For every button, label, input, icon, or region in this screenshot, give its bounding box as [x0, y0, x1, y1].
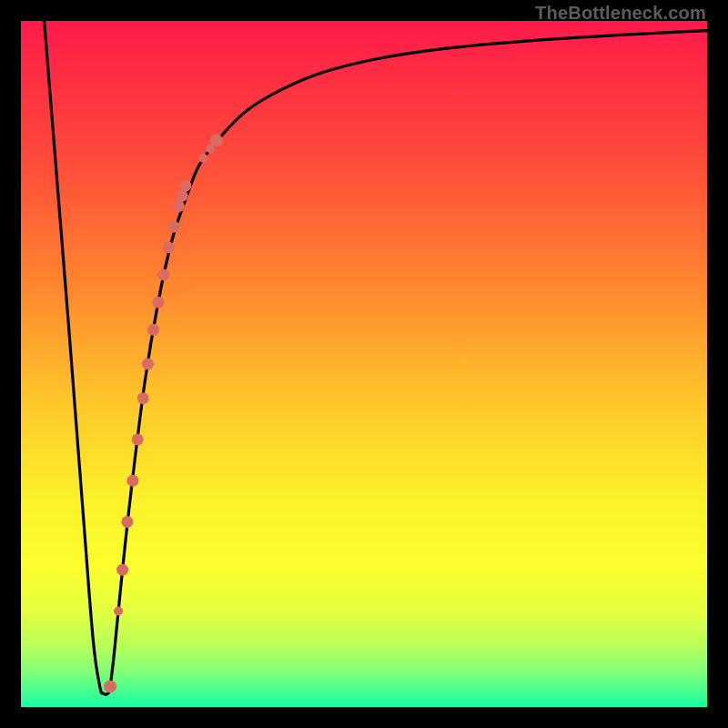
plot-area	[21, 21, 707, 707]
highlight-dot	[173, 200, 185, 212]
highlight-dot	[132, 433, 144, 445]
highlight-dot	[199, 154, 208, 163]
highlight-dot	[137, 392, 149, 404]
highlight-dot	[142, 359, 154, 370]
highlight-dot	[114, 606, 123, 615]
highlight-dot	[163, 241, 175, 253]
chart-svg	[21, 21, 707, 707]
highlight-dot	[179, 179, 191, 191]
highlight-dot	[177, 190, 188, 202]
highlight-dot	[147, 324, 159, 336]
gradient-rect	[21, 21, 707, 707]
highlight-dot	[168, 221, 180, 233]
highlight-dot	[104, 680, 116, 693]
watermark-text: TheBottleneck.com	[535, 3, 706, 24]
highlight-dot	[121, 516, 133, 528]
highlight-dot	[157, 268, 169, 280]
highlight-dot	[210, 134, 223, 147]
highlight-dot	[152, 297, 164, 308]
outer-frame: TheBottleneck.com	[0, 0, 728, 728]
highlight-dot	[126, 475, 138, 487]
highlight-dot	[116, 564, 128, 576]
